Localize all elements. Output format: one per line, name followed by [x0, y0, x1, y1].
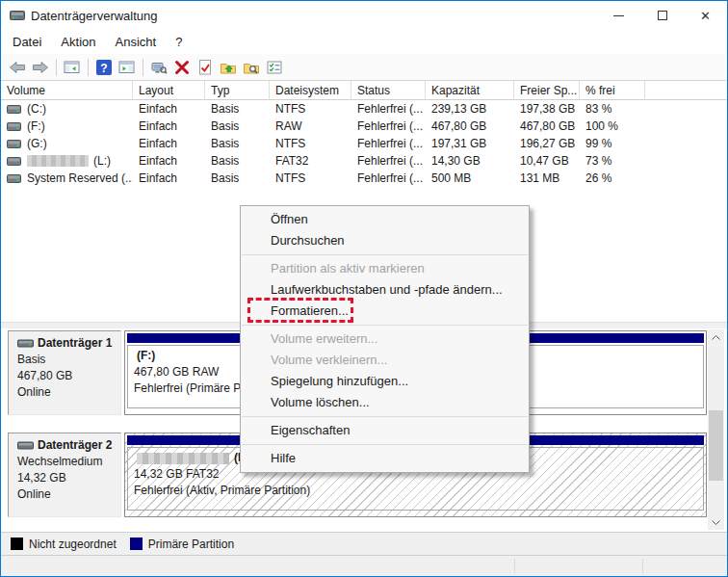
cell-kapazitaet: 14,30 GB	[426, 154, 514, 168]
cell-prozent-frei: 100 %	[580, 119, 645, 133]
table-row[interactable]: (C:) Einfach Basis NTFS Fehlerfrei (... …	[1, 100, 727, 118]
cell-prozent-frei: 26 %	[580, 171, 645, 185]
cell-typ: Basis	[205, 171, 270, 185]
menu-ansicht[interactable]: Ansicht	[106, 31, 167, 53]
cell-kapazitaet: 467,80 GB	[426, 119, 514, 133]
disk-management-window: Datenträgerverwaltung ✕ Datei Aktion Ans…	[0, 0, 728, 577]
volume-name: (F:)	[27, 119, 45, 133]
menu-separator	[242, 444, 528, 445]
disk-name: Datenträger 1	[38, 336, 112, 350]
menu-aktion[interactable]: Aktion	[51, 31, 105, 53]
scroll-down-icon[interactable]	[708, 514, 724, 530]
cell-prozent-frei: 99 %	[580, 137, 645, 150]
show-console-tree-icon[interactable]	[61, 56, 84, 79]
customize-view-icon[interactable]	[263, 56, 286, 79]
close-button[interactable]: ✕	[684, 1, 727, 30]
volume-table-header: Volume Layout Typ Dateisystem Status Kap…	[1, 81, 727, 100]
help-icon[interactable]: ?	[92, 56, 116, 79]
column-header-freier-speicher[interactable]: Freier Sp...	[514, 81, 580, 100]
column-header-kapazitaet[interactable]: Kapazität	[426, 81, 514, 100]
legend-label: Primäre Partition	[148, 538, 234, 551]
scroll-up-icon[interactable]	[708, 329, 724, 345]
cell-kapazitaet: 239,13 GB	[426, 102, 514, 116]
toolbar: ?	[1, 54, 727, 81]
legend-label: Nicht zugeordnet	[29, 538, 117, 551]
open-parent-folder-icon[interactable]	[217, 56, 240, 79]
explore-folder-icon[interactable]	[240, 56, 263, 79]
menu-hilfe[interactable]: ?	[166, 31, 192, 53]
cell-dateisystem: FAT32	[270, 154, 351, 168]
svg-text:?: ?	[100, 61, 107, 74]
cell-typ: Basis	[205, 102, 270, 116]
menu-datei[interactable]: Datei	[3, 31, 51, 53]
column-header-prozent-frei[interactable]: % frei	[580, 81, 645, 100]
delete-icon[interactable]	[170, 56, 194, 79]
cell-status: Fehlerfrei (...	[351, 119, 426, 133]
minimize-icon	[613, 15, 624, 16]
cell-layout: Einfach	[133, 171, 205, 185]
cell-prozent-frei: 73 %	[580, 154, 645, 168]
context-menu: Öffnen Durchsuchen Partition als aktiv m…	[240, 205, 530, 473]
properties-check-icon[interactable]	[194, 56, 217, 79]
connect-computer-icon[interactable]	[147, 56, 170, 79]
table-row[interactable]: (L:) Einfach Basis FAT32 Fehlerfrei (...…	[1, 152, 727, 170]
column-header-status[interactable]: Status	[351, 81, 426, 100]
menu-bar: Datei Aktion Ansicht ?	[1, 30, 727, 54]
menu-separator	[242, 325, 528, 326]
maximize-button[interactable]	[640, 1, 684, 30]
drive-icon	[7, 104, 22, 115]
disk2-label-box[interactable]: Datenträger 2 Wechselmedium 14,32 GB Onl…	[8, 433, 121, 517]
legend-bar: Nicht zugeordnet Primäre Partition	[1, 532, 727, 555]
table-row[interactable]: (G:) Einfach Basis NTFS Fehlerfrei (... …	[1, 135, 727, 152]
cell-typ: Basis	[205, 154, 270, 168]
column-header-volume[interactable]: Volume	[1, 81, 133, 100]
table-row[interactable]: (F:) Einfach Basis RAW Fehlerfrei (... 4…	[1, 118, 727, 135]
cell-freier-speicher: 131 MB	[514, 171, 580, 185]
disk-status: Online	[17, 384, 120, 401]
cell-layout: Einfach	[133, 154, 205, 168]
title-bar: Datenträgerverwaltung ✕	[1, 1, 727, 30]
column-header-dateisystem[interactable]: Dateisystem	[270, 81, 351, 100]
statusbar-divider	[642, 559, 643, 573]
menu-item-oeffnen[interactable]: Öffnen	[241, 209, 529, 230]
drive-icon	[7, 173, 22, 184]
menu-item-hilfe[interactable]: Hilfe	[241, 448, 529, 469]
cell-freier-speicher: 467,80 GB	[514, 119, 580, 133]
redacted-partition-name	[137, 453, 229, 464]
menu-item-durchsuchen[interactable]: Durchsuchen	[241, 230, 529, 251]
disk1-label-box[interactable]: Datenträger 1 Basis 467,80 GB Online	[8, 330, 121, 415]
menu-item-volume-loeschen[interactable]: Volume löschen...	[241, 392, 529, 413]
menu-separator	[242, 254, 528, 255]
cell-dateisystem: NTFS	[270, 137, 351, 150]
forward-icon[interactable]	[29, 56, 52, 79]
cell-freier-speicher: 197,38 GB	[514, 102, 580, 116]
legend-primary-partition: Primäre Partition	[130, 538, 234, 551]
column-header-layout[interactable]: Layout	[133, 81, 205, 100]
minimize-button[interactable]	[597, 1, 640, 30]
menu-separator	[242, 416, 528, 417]
menu-item-volume-erweitern: Volume erweitern...	[241, 328, 529, 350]
volume-name: System Reserved (...	[27, 171, 133, 185]
cell-freier-speicher: 10,47 GB	[514, 154, 580, 168]
disk-type: Basis	[17, 352, 120, 368]
menu-item-spiegelung-hinzufuegen[interactable]: Spiegelung hinzufügen...	[241, 371, 529, 392]
show-action-pane-icon[interactable]	[116, 56, 139, 79]
volume-name: (C:)	[27, 102, 46, 116]
menu-item-volume-verkleinern: Volume verkleinern...	[241, 350, 529, 371]
vertical-scrollbar[interactable]	[708, 329, 724, 530]
cell-prozent-frei: 83 %	[580, 102, 645, 116]
back-icon[interactable]	[6, 56, 29, 79]
cell-typ: Basis	[205, 119, 270, 133]
disk-type: Wechselmedium	[17, 454, 120, 470]
table-row[interactable]: System Reserved (... Einfach Basis NTFS …	[1, 170, 727, 187]
disk-size: 467,80 GB	[17, 368, 120, 384]
toolbar-separator	[56, 59, 57, 76]
maximize-icon	[658, 11, 667, 20]
scrollbar-thumb[interactable]	[709, 410, 723, 481]
drive-icon	[7, 139, 22, 149]
statusbar-divider	[514, 559, 515, 573]
cell-layout: Einfach	[133, 137, 205, 150]
column-header-typ[interactable]: Typ	[205, 81, 270, 100]
menu-item-partition-aktiv-markieren: Partition als aktiv markieren	[241, 258, 529, 279]
menu-item-eigenschaften[interactable]: Eigenschaften	[241, 420, 529, 441]
